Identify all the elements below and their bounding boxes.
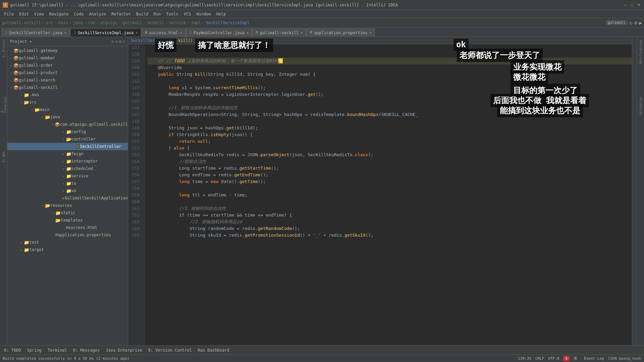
tree-arrow-order[interactable]: ▸ (9, 64, 13, 67)
sidebar-locate-icon[interactable]: ⊙ (111, 39, 114, 44)
run-icon[interactable]: ▶ (639, 20, 642, 25)
tree-item-interceptor[interactable]: ▸ 📁 interceptor (7, 158, 128, 165)
tree-arrow-templates[interactable]: ▾ (51, 219, 55, 222)
bottom-tab-0[interactable]: 6: TODO (1, 347, 24, 353)
nav-module[interactable]: gulimall-seckill (2, 20, 41, 25)
menu-item-file[interactable]: File (1, 11, 16, 17)
bottom-tab-5[interactable]: 9: Version Control (146, 347, 195, 353)
minimize-button[interactable]: ─ (623, 2, 628, 8)
menu-item-tools[interactable]: Tools (164, 11, 181, 17)
tree-item-templates[interactable]: ▾ 📂 templates (7, 217, 128, 224)
code-editor[interactable]: 1371381391401411421431441451461471481491… (128, 44, 632, 345)
nav-java[interactable]: java (73, 20, 83, 25)
nav-service[interactable]: service (169, 20, 186, 25)
nav-src[interactable]: src (46, 20, 53, 25)
panel-notifications[interactable]: Notifications (637, 38, 644, 65)
tree-arrow-member[interactable]: ▸ (9, 56, 13, 60)
nav-gulimall[interactable]: gulimall (122, 20, 142, 25)
tree-arrow-vo[interactable]: ▸ (61, 189, 66, 193)
tree-item-to[interactable]: ▸ 📁 to (7, 180, 128, 187)
tree-arrow-config[interactable]: ▸ (61, 130, 66, 134)
tree-arrow-service[interactable]: ▸ (61, 174, 66, 178)
tree-item-seckill[interactable]: ▾ 📦 gulimall-seckill (7, 84, 128, 91)
tree-item-mvn[interactable]: ▸ 📁 .mvn (7, 91, 128, 99)
tree-arrow-interceptor[interactable]: ▸ (61, 160, 66, 163)
tree-arrow-product[interactable]: ▸ (9, 71, 13, 75)
panel-validation[interactable]: Validation (637, 93, 644, 119)
tree-item-resources[interactable]: ▾ 📂 resources (7, 202, 128, 209)
maximize-button[interactable]: □ (629, 2, 635, 8)
bottom-tab-1[interactable]: Spring (24, 347, 44, 353)
tab-5[interactable]: P application.properties✕ (306, 28, 375, 37)
tree-item-GulimallSeckillApplication[interactable]: ▶ GulimallSeckillApplication (7, 194, 128, 202)
bc-method[interactable]: kill() (178, 38, 193, 43)
tab-4[interactable]: M gulimall-seckill✕ (252, 28, 307, 37)
menu-item-analyze[interactable]: Analyze (86, 11, 109, 17)
tree-item-com[interactable]: ▾ 📦 com.atguigu.gulimall.seckill (7, 121, 128, 128)
tree-item-search[interactable]: ▸ 📦 gulimall-search (7, 76, 128, 84)
menu-item-navigate[interactable]: Navigate (47, 11, 71, 17)
bc-class[interactable]: SeckillServiceImpl (131, 38, 174, 43)
tab-close-2[interactable]: ✕ (180, 31, 182, 35)
event-log[interactable]: Event Log (584, 356, 604, 361)
tree-item-success.html[interactable]: H success.html (7, 224, 128, 231)
sidebar-collapse-icon[interactable]: ≡ (115, 39, 117, 44)
tree-item-SeckillController[interactable]: C SeckillController (7, 143, 128, 150)
tree-arrow-resources[interactable]: ▾ (40, 204, 45, 207)
tree-arrow-src[interactable]: ▾ (19, 101, 24, 104)
tree-item-service[interactable]: ▸ 📁 service (7, 172, 128, 180)
tree-item-java[interactable]: ▾ 📂 java (7, 113, 128, 121)
tree-arrow-to[interactable]: ▸ (61, 182, 66, 185)
tree-arrow-java[interactable]: ▾ (40, 115, 45, 119)
nav-class[interactable]: SeckillServiceImpl (206, 20, 250, 25)
nav-seckill[interactable]: seckill (147, 20, 164, 25)
tree-arrow-com[interactable]: ▾ (51, 123, 54, 126)
tab-0[interactable]: J SeckillController.java✕ (1, 28, 70, 37)
tree-item-main[interactable]: ▾ 📂 main (7, 106, 128, 113)
tree-item-member[interactable]: ▸ 📦 gulimall-member (7, 54, 128, 62)
tree-arrow-seckill[interactable]: ▾ (9, 86, 13, 89)
tab-close-5[interactable]: ✕ (369, 31, 371, 35)
tab-close-4[interactable]: ✕ (301, 31, 303, 35)
tab-2[interactable]: H success.html✕ (141, 28, 186, 37)
tree-arrow-mvn[interactable]: ▸ (19, 93, 24, 97)
tree-arrow-test[interactable]: ▸ (19, 241, 24, 244)
refresh-icon[interactable]: ↻ (630, 20, 632, 25)
tree-item-config[interactable]: ▸ 📁 config (7, 128, 128, 135)
panel-web[interactable]: 3: Web (0, 147, 7, 167)
menu-item-vcs[interactable]: VCS (181, 11, 194, 17)
panel-favorites[interactable]: 2: Favorites (0, 93, 7, 113)
menu-item-window[interactable]: Window (194, 11, 213, 17)
tree-item-vo[interactable]: ▸ 📁 vo (7, 187, 128, 194)
tree-arrow-scheduled[interactable]: ▸ (61, 167, 66, 171)
menu-item-code[interactable]: Code (71, 11, 87, 17)
tree-item-static[interactable]: ▸ 📁 static (7, 209, 128, 217)
tab-1[interactable]: J SeckillServiceImpl.java✕ (70, 28, 141, 37)
menu-item-view[interactable]: View (32, 11, 47, 17)
tree-item-scheduled[interactable]: ▸ 📁 scheduled (7, 165, 128, 172)
tree-arrow-gateway[interactable]: ▸ (9, 49, 13, 53)
tree-item-feign[interactable]: ▸ 📁 feign (7, 150, 128, 158)
tree-arrow-static[interactable]: ▸ (51, 211, 55, 215)
tab-3[interactable]: J PayWebController.java✕ (186, 28, 252, 37)
bottom-tab-4[interactable]: Java Enterprise (103, 347, 145, 353)
menu-item-help[interactable]: Help (214, 11, 229, 17)
bottom-tab-2[interactable]: Terminal (45, 347, 70, 353)
tree-arrow-main[interactable]: ▾ (30, 108, 35, 112)
panel-project[interactable]: 1: Project (0, 38, 7, 58)
bottom-tab-3[interactable]: 0: Messages (70, 347, 102, 353)
tab-close-1[interactable]: ✕ (136, 31, 138, 35)
tree-item-controller[interactable]: ▾ 📂 controller (7, 135, 128, 143)
nav-main[interactable]: main (58, 20, 68, 25)
tree-arrow-target[interactable]: ▸ (19, 248, 24, 252)
tree-item-product[interactable]: ▸ 📦 gulimall-product (7, 69, 128, 76)
menu-item-refactor[interactable]: Refactor (109, 11, 133, 17)
nav-com[interactable]: com (88, 20, 95, 25)
menu-item-build[interactable]: Build (133, 11, 151, 17)
sidebar-close-icon[interactable]: ✕ (123, 39, 125, 44)
build-icon[interactable]: ⚙ (634, 20, 637, 25)
editor-content[interactable]: 1371381391401411421431441451461471481491… (128, 44, 632, 345)
tree-arrow-search[interactable]: ▸ (9, 78, 13, 82)
code-area[interactable]: ! // // TODO 上架秒杀商品的时候，每一个数据都有过期时间。 @Ove… (145, 44, 632, 345)
tree-arrow-controller[interactable]: ▾ (61, 137, 66, 141)
